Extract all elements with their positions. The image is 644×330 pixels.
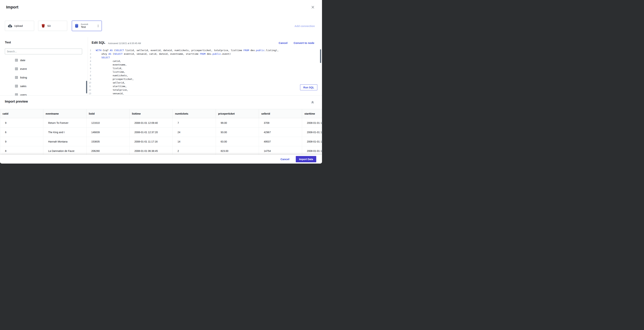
connection-menu-button[interactable] <box>96 24 100 28</box>
preview-cell: 9 <box>0 118 43 128</box>
footer-cancel-link[interactable]: Cancel <box>280 158 289 161</box>
connection-type-label: Redshift <box>81 23 88 26</box>
redshift-card[interactable]: Redshift Test <box>72 21 102 31</box>
import-data-button[interactable]: Import Data <box>296 156 316 162</box>
preview-column-header: sellerid <box>259 109 302 118</box>
s3-icon <box>41 24 45 28</box>
preview-cell: 2008-01-01 1 <box>302 137 322 146</box>
sql-code-line: priceperticket, <box>96 77 322 81</box>
sidebar-table-label: sales <box>20 85 26 88</box>
preview-cell: 2008-01-01 1 <box>302 118 322 128</box>
sql-code-line: starttime, <box>96 85 322 88</box>
preview-cell: 42967 <box>259 128 302 137</box>
preview-column-header: listtime <box>130 109 173 118</box>
preview-cell: La Damnation de Faust <box>43 146 86 156</box>
preview-cell: 2008-01-01 06:38:45 <box>130 146 173 156</box>
sql-code-line: catid, <box>96 59 322 63</box>
connection-name-label: Test <box>81 25 88 29</box>
preview-table: catideventnamelistidlisttimenumticketspr… <box>0 109 322 156</box>
autosave-status: Autosaved 11/18/21 at 8:30:45 AM <box>108 42 141 45</box>
preview-column-header: priceperticket <box>216 109 259 118</box>
table-icon <box>15 59 18 62</box>
sql-code-line: venueid, <box>96 92 322 95</box>
workspace: Test date event listing sales users Edit… <box>0 37 322 96</box>
double-chevron-up-icon <box>311 101 314 104</box>
sql-code-line: listtime, <box>96 70 322 74</box>
preview-cell: Return To Forever <box>43 118 86 128</box>
preview-cell: 49537 <box>259 137 302 146</box>
sidebar-table-item[interactable]: users <box>0 90 86 96</box>
sidebar-table-label: event <box>20 67 27 70</box>
sidebar-table-item[interactable]: listing <box>0 73 86 82</box>
kebab-icon <box>96 24 100 28</box>
preview-cell: 14 <box>173 137 216 146</box>
sql-code-line: SELECT <box>96 56 322 59</box>
tables-sidebar: Test date event listing sales users <box>0 37 88 96</box>
preview-cell: 8 <box>0 146 43 156</box>
close-button[interactable] <box>310 5 315 10</box>
sql-code-editor[interactable]: 12345678910111213 WITH Ccq7 AS (SELECT l… <box>88 47 322 96</box>
connection-tabs: Upload S3 Redshift Test Add connection <box>0 15 322 37</box>
search-input[interactable] <box>5 49 82 54</box>
table-icon <box>15 85 18 88</box>
preview-cell: 99.00 <box>216 118 259 128</box>
sql-code-line: listid, <box>96 67 322 70</box>
line-numbers-gutter: 12345678910111213 <box>88 49 91 95</box>
collapse-preview-button[interactable] <box>311 100 314 105</box>
preview-cell: 14754 <box>259 146 302 156</box>
preview-cell: 7 <box>173 118 216 128</box>
import-dialog: Import Upload S3 Redshift Tes <box>0 0 322 165</box>
sql-code-line: uhzy AS (SELECT eventid, venueid, catid,… <box>96 52 322 56</box>
preview-column-header: eventname <box>43 109 86 118</box>
preview-cell: 146839 <box>86 128 130 137</box>
sidebar-table-label: users <box>20 93 27 96</box>
sidebar-table-label: listing <box>20 76 27 79</box>
sql-code-line: sellerid, <box>96 81 322 85</box>
table-icon <box>15 67 18 70</box>
preview-cell: 9 <box>0 137 43 146</box>
preview-cell: 93.00 <box>216 128 259 137</box>
sql-editor-title: Edit SQL <box>92 41 105 45</box>
run-sql-button[interactable]: Run SQL <box>300 84 317 90</box>
editor-scrollbar-thumb[interactable] <box>320 49 321 63</box>
close-icon <box>311 6 315 9</box>
sql-editor-panel: Edit SQL Autosaved 11/18/21 at 8:30:45 A… <box>88 37 322 96</box>
convert-to-node-link[interactable]: Convert to node <box>294 41 314 45</box>
s3-card[interactable]: S3 <box>38 21 67 31</box>
preview-cell: 823.00 <box>216 146 259 156</box>
preview-cell: 2 <box>173 146 216 156</box>
preview-cell: 2008-01-01 11:17:16 <box>130 137 173 146</box>
preview-header-row: catideventnamelistidlisttimenumticketspr… <box>0 109 322 118</box>
sidebar-table-label: date <box>20 59 25 62</box>
preview-cell: 2008-01-01 1 <box>302 146 322 156</box>
add-connection-link[interactable]: Add connection <box>294 25 315 28</box>
table-row: 9Return To Forever1216102008-01-01 12:09… <box>0 118 322 128</box>
preview-cell: 153835 <box>86 137 130 146</box>
sidebar-table-item[interactable]: event <box>0 64 86 73</box>
dialog-footer: Cancel Import Data <box>0 155 322 163</box>
preview-cell: 2008-01-01 1 <box>302 128 322 137</box>
table-icon <box>15 76 18 79</box>
preview-cell: Hannah Montana <box>43 137 86 146</box>
preview-cell: 206280 <box>86 146 130 156</box>
preview-column-header: starttime <box>302 109 322 118</box>
tables-list: date event listing sales users <box>0 56 86 96</box>
s3-label: S3 <box>47 24 50 27</box>
sql-code-line: totalprice, <box>96 88 322 92</box>
sql-cancel-link[interactable]: Cancel <box>279 41 288 45</box>
table-row: 8La Damnation de Faust2062802008-01-01 0… <box>0 146 322 156</box>
sidebar-table-item[interactable]: date <box>0 56 86 64</box>
sidebar-scrollbar-thumb[interactable] <box>86 81 87 93</box>
upload-card[interactable]: Upload <box>5 21 34 31</box>
preview-cell: 6 <box>0 128 43 137</box>
preview-cell: 24 <box>173 128 216 137</box>
dialog-header: Import <box>0 0 322 15</box>
preview-title: Import preview <box>5 100 28 103</box>
sidebar-table-item[interactable]: sales <box>0 82 86 90</box>
page-title: Import <box>6 5 18 10</box>
schema-title: Test <box>5 41 11 44</box>
preview-cell: 3709 <box>259 118 302 128</box>
sql-code-line: WITH Ccq7 AS (SELECT listid, sellerid, e… <box>96 49 322 52</box>
preview-cell: 2008-01-01 12:09:40 <box>130 118 173 128</box>
table-row: 6The King and I1468392008-01-01 12:37:20… <box>0 128 322 137</box>
